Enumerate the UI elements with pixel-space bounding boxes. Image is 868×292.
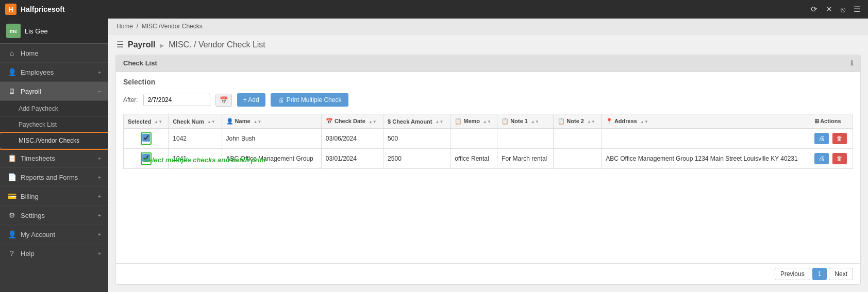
myaccount-icon: 👤	[7, 230, 16, 238]
sidebar-item-settings[interactable]: ⚙ Settings +	[0, 206, 108, 225]
sidebar-item-payroll-label: Payroll	[21, 88, 94, 95]
check-list-card: Check List ℹ Selection After: 📅 + Add 🖨 …	[115, 55, 861, 285]
refresh-icon[interactable]: ⟳	[808, 4, 820, 15]
settings-arrow: +	[98, 212, 101, 218]
navbar-right: ⟳ ✕ ⎋ ☰	[808, 4, 863, 15]
sidebar: me Lis Gee ⌂ Home 👤 Employees + 🖥 Payrol…	[0, 19, 108, 292]
col-check-date: 📅 Check Date ▲▼	[321, 114, 383, 129]
col-check-amount: $ Check Amount ▲▼	[383, 114, 450, 129]
myaccount-arrow: +	[98, 231, 101, 237]
menu-icon[interactable]: ☰	[851, 4, 863, 15]
calendar-button[interactable]: 📅	[215, 94, 232, 107]
sidebar-item-payroll[interactable]: 🖥 Payroll −	[0, 82, 108, 101]
page-title: Payroll ▶ MISC. / Vendor Check List	[128, 40, 265, 49]
col-address: 📍 Address ▲▼	[602, 114, 810, 129]
sidebar-item-employees-label: Employees	[21, 68, 94, 76]
page-1-button[interactable]: 1	[812, 268, 827, 280]
next-button[interactable]: Next	[829, 268, 853, 280]
check-table: Selected ▲▼ Check Num ▲▼ 👤 Name	[123, 114, 853, 169]
address-cell-0	[602, 129, 810, 149]
check-date-cell-1: 03/01/2024	[321, 149, 383, 169]
breadcrumb-current: MISC./Vendor Checks	[142, 23, 203, 30]
checkbox-wrapper-0	[141, 132, 152, 145]
payroll-submenu: Add Paycheck Paycheck List MISC./Vendor …	[0, 101, 108, 149]
page-header-icon: ☰	[116, 40, 124, 49]
sidebar-item-billing[interactable]: 💳 Billing +	[0, 187, 108, 206]
col-name: 👤 Name ▲▼	[222, 114, 321, 129]
filter-row: After: 📅 + Add 🖨 Print Multiple Check	[123, 90, 853, 107]
sidebar-item-add-paycheck[interactable]: Add Paycheck	[0, 101, 108, 117]
card-info-icon[interactable]: ℹ	[850, 59, 853, 67]
navbar-left: H Halfpricesoft	[5, 4, 65, 15]
app-logo: H	[5, 4, 16, 15]
date-input[interactable]	[143, 94, 210, 106]
sidebar-user: me Lis Gee	[0, 19, 108, 44]
help-arrow: +	[98, 250, 101, 256]
pagination: Previous 1 Next	[116, 263, 860, 284]
memo-cell-0	[450, 129, 497, 149]
employees-arrow: +	[98, 69, 101, 75]
main-layout: me Lis Gee ⌂ Home 👤 Employees + 🖥 Payrol…	[0, 19, 868, 292]
col-note1: 📋 Note 1 ▲▼	[497, 114, 554, 129]
content-area: Home / MISC./Vendor Checks ☰ Payroll ▶ M…	[108, 19, 868, 292]
billing-icon: 💳	[7, 192, 16, 200]
col-memo: 📋 Memo ▲▼	[450, 114, 497, 129]
top-navbar: H Halfpricesoft ⟳ ✕ ⎋ ☰	[0, 0, 868, 19]
breadcrumb-home[interactable]: Home	[116, 23, 133, 30]
address-cell-1: ABC Office Management Group 1234 Main St…	[602, 149, 810, 169]
payroll-arrow: −	[98, 88, 101, 94]
table-container: Selected ▲▼ Check Num ▲▼ 👤 Name	[123, 114, 853, 169]
back-icon[interactable]: ⎋	[838, 4, 848, 15]
reports-arrow: +	[98, 174, 101, 180]
sidebar-item-timesheets-label: Timesheets	[21, 154, 94, 162]
sidebar-item-home[interactable]: ⌂ Home	[0, 44, 108, 63]
row-checkbox-1[interactable]	[142, 154, 150, 162]
check-amount-cell-1: 2500	[383, 149, 450, 169]
memo-cell-1: office Rental	[450, 149, 497, 169]
employees-icon: 👤	[7, 68, 16, 76]
card-header: Check List ℹ	[116, 55, 860, 72]
table-row: 1042 John Bush 03/06/2024 500 🖨 🗑	[124, 129, 853, 149]
col-actions: ⊞ Actions	[810, 114, 853, 129]
check-num-cell-0: 1042	[169, 129, 222, 149]
help-icon: ?	[7, 249, 16, 257]
sidebar-item-timesheets[interactable]: 📋 Timesheets +	[0, 149, 108, 168]
col-check-num: Check Num ▲▼	[169, 114, 222, 129]
row-delete-button-1[interactable]: 🗑	[832, 153, 847, 164]
timesheets-arrow: +	[98, 155, 101, 161]
checkbox-wrapper-1	[141, 152, 152, 165]
print-multiple-button[interactable]: 🖨 Print Multiple Check	[271, 93, 349, 107]
selected-cell-1	[124, 149, 169, 169]
home-icon: ⌂	[7, 49, 16, 57]
name-cell-0: John Bush	[222, 129, 321, 149]
add-button[interactable]: + Add	[237, 93, 265, 107]
breadcrumb-separator: /	[137, 23, 138, 30]
sidebar-item-help[interactable]: ? Help +	[0, 244, 108, 263]
sidebar-item-employees[interactable]: 👤 Employees +	[0, 63, 108, 82]
close-icon[interactable]: ✕	[823, 4, 835, 15]
sidebar-item-settings-label: Settings	[21, 212, 94, 219]
row-delete-button-0[interactable]: 🗑	[832, 133, 847, 144]
row-print-button-1[interactable]: 🖨	[814, 153, 829, 164]
actions-cell-1: 🖨 🗑	[810, 149, 853, 169]
breadcrumb: Home / MISC./Vendor Checks	[108, 19, 868, 35]
row-print-button-0[interactable]: 🖨	[814, 133, 829, 144]
user-avatar: me	[6, 24, 21, 38]
actions-cell-0: 🖨 🗑	[810, 129, 853, 149]
previous-button[interactable]: Previous	[775, 268, 810, 280]
sidebar-item-myaccount[interactable]: 👤 My Account +	[0, 225, 108, 244]
page-subtitle: MISC. / Vendor Check List	[169, 40, 265, 49]
reports-icon: 📄	[7, 173, 16, 181]
name-cell-1: ABC Office Management Group	[222, 149, 321, 169]
sidebar-item-misc-vendor-checks[interactable]: MISC./Vendor Checks	[0, 133, 108, 149]
check-num-cell-1: 1041	[169, 149, 222, 169]
sidebar-item-paycheck-list[interactable]: Paycheck List	[0, 117, 108, 133]
note2-cell-1	[554, 149, 602, 169]
note1-cell-0	[497, 129, 554, 149]
check-date-cell-0: 03/06/2024	[321, 129, 383, 149]
row-checkbox-0[interactable]	[142, 134, 150, 142]
col-selected: Selected ▲▼	[124, 114, 169, 129]
sidebar-item-reports[interactable]: 📄 Reports and Forms +	[0, 168, 108, 187]
billing-arrow: +	[98, 193, 101, 199]
page-header: ☰ Payroll ▶ MISC. / Vendor Check List	[108, 35, 868, 55]
